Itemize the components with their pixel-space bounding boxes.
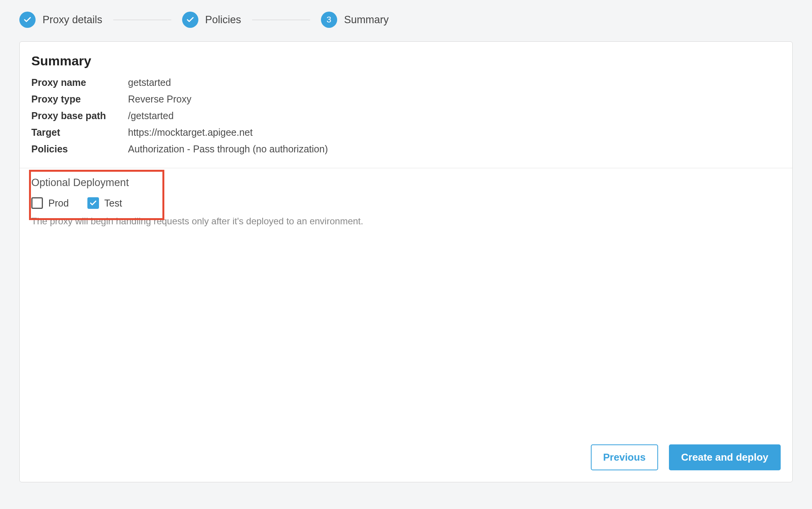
spacer <box>20 231 792 434</box>
checkbox-label: Test <box>104 198 122 209</box>
step-label: Policies <box>205 14 241 26</box>
summary-section: Summary Proxy name getstarted Proxy type… <box>20 42 792 168</box>
summary-label: Proxy name <box>31 77 128 88</box>
summary-label: Proxy type <box>31 94 128 105</box>
checkbox-unchecked-icon <box>31 197 43 209</box>
summary-label: Target <box>31 127 128 138</box>
summary-row-proxy-name: Proxy name getstarted <box>31 77 781 88</box>
summary-row-target: Target https://mocktarget.apigee.net <box>31 127 781 138</box>
summary-label: Proxy base path <box>31 110 128 121</box>
summary-value: https://mocktarget.apigee.net <box>128 127 252 138</box>
create-and-deploy-button[interactable]: Create and deploy <box>669 444 781 470</box>
deployment-checkbox-row: Prod Test <box>31 197 781 209</box>
optional-deployment-heading: Optional Deployment <box>31 177 781 189</box>
summary-value: Reverse Proxy <box>128 94 191 105</box>
summary-value: /getstarted <box>128 110 174 121</box>
summary-value: getstarted <box>128 77 171 88</box>
step-label: Summary <box>344 14 389 26</box>
step-connector <box>113 20 171 20</box>
step-policies[interactable]: Policies <box>182 12 241 28</box>
summary-row-proxy-base-path: Proxy base path /getstarted <box>31 110 781 121</box>
checkbox-prod[interactable]: Prod <box>31 197 69 209</box>
checkbox-checked-icon <box>87 197 99 209</box>
step-connector <box>252 20 310 20</box>
checkbox-test[interactable]: Test <box>87 197 122 209</box>
summary-row-proxy-type: Proxy type Reverse Proxy <box>31 94 781 105</box>
step-label: Proxy details <box>43 14 102 26</box>
summary-value: Authorization - Pass through (no authori… <box>128 143 328 155</box>
step-number: 3 <box>321 12 337 28</box>
footer-actions: Previous Create and deploy <box>20 434 792 482</box>
step-summary[interactable]: 3 Summary <box>321 12 389 28</box>
optional-deployment-section: Optional Deployment Prod Test The proxy … <box>20 168 792 231</box>
step-proxy-details[interactable]: Proxy details <box>19 12 102 28</box>
checkbox-label: Prod <box>48 198 69 209</box>
check-icon <box>182 12 198 28</box>
deployment-helper-text: The proxy will begin handling requests o… <box>31 216 781 227</box>
summary-label: Policies <box>31 143 128 155</box>
summary-card: Summary Proxy name getstarted Proxy type… <box>19 41 793 482</box>
wizard-stepper: Proxy details Policies 3 Summary <box>19 0 793 41</box>
summary-row-policies: Policies Authorization - Pass through (n… <box>31 143 781 155</box>
check-icon <box>19 12 36 28</box>
previous-button[interactable]: Previous <box>591 444 658 470</box>
page-title: Summary <box>31 53 781 68</box>
